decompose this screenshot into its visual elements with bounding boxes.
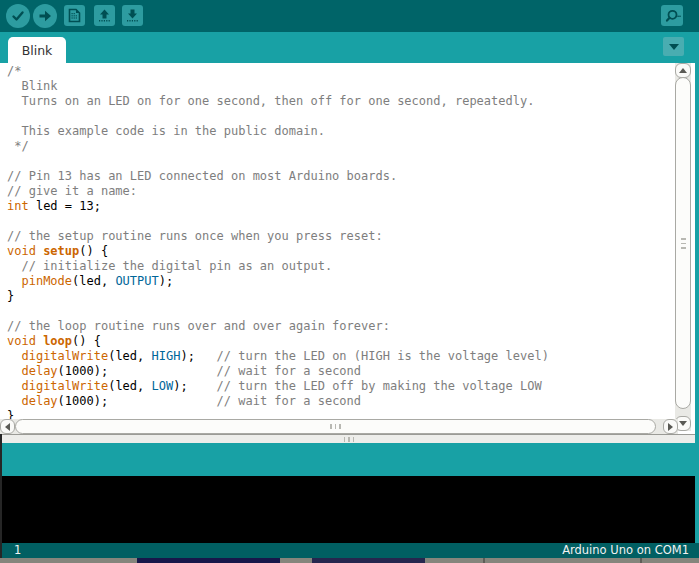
vertical-scroll-thumb[interactable] bbox=[675, 77, 691, 409]
taskbar-divider bbox=[483, 558, 485, 563]
upload-button[interactable] bbox=[33, 4, 57, 28]
save-button[interactable] bbox=[122, 5, 143, 26]
status-bar: 1 Arduino Uno on COM1 bbox=[0, 543, 699, 558]
grip-icon bbox=[681, 238, 686, 249]
tab-bar: Blink bbox=[0, 32, 699, 63]
window-left-border bbox=[0, 434, 2, 558]
horizontal-scrollbar bbox=[0, 419, 678, 434]
toolbar bbox=[0, 0, 699, 32]
scroll-left-button[interactable] bbox=[0, 419, 15, 434]
save-down-arrow-tray-icon bbox=[125, 8, 140, 23]
grip-icon bbox=[344, 437, 355, 442]
check-icon bbox=[10, 8, 26, 24]
taskbar-divider bbox=[640, 558, 642, 563]
vertical-scrollbar bbox=[675, 63, 691, 431]
triangle-up-icon bbox=[679, 68, 687, 73]
chevron-down-icon bbox=[669, 44, 679, 50]
board-port-info: Arduino Uno on COM1 bbox=[562, 543, 689, 558]
tab-label: Blink bbox=[22, 43, 53, 58]
taskbar-segment bbox=[312, 558, 425, 563]
new-sketch-button[interactable] bbox=[64, 5, 85, 26]
window-right-border bbox=[695, 32, 699, 543]
open-button[interactable] bbox=[94, 5, 115, 26]
editor-console-splitter[interactable] bbox=[0, 434, 699, 443]
new-document-icon bbox=[67, 8, 82, 23]
code-editor: /* Blink Turns on an LED on for one seco… bbox=[0, 63, 695, 434]
console-output[interactable] bbox=[0, 476, 699, 543]
arduino-ide-window: Blink /* Blink Turns on an LED on for on… bbox=[0, 0, 699, 563]
scroll-up-button[interactable] bbox=[675, 63, 691, 78]
console-header-band bbox=[0, 443, 699, 476]
tab-blink[interactable]: Blink bbox=[8, 37, 66, 63]
code-text[interactable]: /* Blink Turns on an LED on for one seco… bbox=[7, 64, 549, 424]
magnifier-icon bbox=[664, 8, 681, 24]
line-number-indicator: 1 bbox=[14, 543, 21, 558]
scroll-right-button[interactable] bbox=[663, 419, 678, 434]
taskbar-segment bbox=[137, 558, 280, 563]
horizontal-scroll-thumb[interactable] bbox=[15, 419, 656, 434]
grip-icon bbox=[330, 424, 341, 429]
triangle-right-icon bbox=[668, 423, 673, 431]
tab-menu-button[interactable] bbox=[663, 37, 684, 56]
triangle-down-icon bbox=[679, 421, 687, 426]
taskbar-sliver bbox=[0, 558, 699, 563]
triangle-left-icon bbox=[5, 423, 10, 431]
serial-monitor-button[interactable] bbox=[661, 5, 683, 26]
arrow-right-icon bbox=[37, 8, 53, 24]
verify-button[interactable] bbox=[6, 4, 30, 28]
open-up-arrow-tray-icon bbox=[97, 8, 112, 23]
